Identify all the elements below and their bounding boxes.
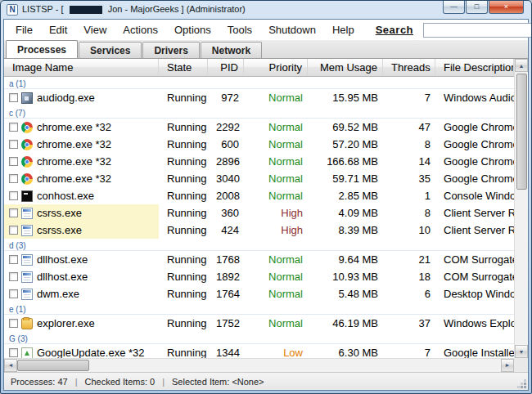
chrome-icon [21, 139, 33, 150]
horizontal-scrollbar[interactable]: ◄ ► [4, 358, 514, 372]
row-checkbox[interactable] [9, 289, 18, 298]
table-row[interactable]: GoogleUpdate.exe *32Running1344Low6.30 M… [4, 344, 514, 358]
process-name: dllhost.exe [37, 251, 88, 268]
tab-drivers[interactable]: Drivers [142, 42, 199, 58]
cell-threads: 7 [383, 344, 435, 358]
cell-image-name: GoogleUpdate.exe *32 [4, 344, 159, 358]
table-row[interactable]: chrome.exe *32Running3040Normal59.71 MB3… [4, 170, 514, 187]
column-header-image-name[interactable]: Image Name [4, 59, 159, 76]
scroll-right-icon[interactable]: ► [501, 359, 514, 372]
row-checkbox[interactable] [9, 208, 18, 217]
column-header-priority[interactable]: Priority [244, 59, 308, 76]
table-row[interactable]: audiodg.exeRunning972Normal15.95 MB7Wind… [4, 89, 514, 106]
cell-threads: 10 [383, 222, 435, 239]
table-row[interactable]: csrss.exeRunning360High4.09 MB8Client Se… [4, 204, 514, 222]
table-body: a (1)audiodg.exeRunning972Normal15.95 MB… [4, 77, 514, 358]
table-row[interactable]: conhost.exeRunning2008Normal2.85 MB1Cons… [4, 187, 514, 204]
row-checkbox[interactable] [9, 140, 18, 149]
menu-item-edit[interactable]: Edit [41, 20, 75, 40]
scrollbar-track[interactable] [89, 359, 501, 372]
menu-item-file[interactable]: File [7, 20, 41, 40]
cell-threads: 21 [383, 251, 435, 268]
tab-services[interactable]: Services [79, 42, 142, 58]
cell-pid: 2292 [208, 119, 244, 136]
cell-state: Running [159, 136, 208, 153]
process-name: GoogleUpdate.exe *32 [37, 344, 145, 358]
table-row[interactable]: chrome.exe *32Running2292Normal69.52 MB4… [4, 119, 514, 136]
table-row[interactable]: chrome.exe *32Running600Normal57.20 MB8G… [4, 136, 514, 153]
table-row[interactable]: dwm.exeRunning1764Normal5.48 MB6Desktop … [4, 285, 514, 302]
column-header-pid[interactable]: PID [208, 59, 244, 76]
cell-description: Desktop Window [435, 285, 514, 302]
vertical-scrollbar-thumb[interactable] [516, 74, 527, 190]
group-header[interactable]: a (1) [4, 77, 514, 89]
column-header-mem-usage[interactable]: Mem Usage [308, 59, 383, 76]
tab-processes[interactable]: Processes [6, 40, 78, 58]
row-checkbox[interactable] [9, 123, 18, 132]
cell-description: Google Chrome [435, 119, 514, 136]
column-header-file-description[interactable]: File Description [435, 59, 514, 76]
cell-priority: High [244, 222, 308, 239]
menu-item-help[interactable]: Help [324, 20, 363, 40]
group-header[interactable]: d (3) [4, 239, 514, 251]
table-row[interactable]: explorer.exeRunning1752Normal46.19 MB37W… [4, 315, 514, 332]
column-header-threads[interactable]: Threads [383, 59, 435, 76]
cell-pid: 972 [208, 89, 244, 106]
row-checkbox[interactable] [9, 272, 18, 281]
app-icon [21, 225, 33, 236]
group-header[interactable]: c (7) [4, 106, 514, 119]
menu-item-actions[interactable]: Actions [115, 20, 166, 40]
table-row[interactable]: chrome.exe *32Running2896Normal166.68 MB… [4, 153, 514, 170]
search-input[interactable] [423, 23, 532, 38]
row-checkbox[interactable] [9, 348, 18, 357]
scroll-left-icon[interactable]: ◄ [4, 359, 17, 372]
horizontal-scrollbar-thumb[interactable] [17, 360, 89, 371]
menu-item-options[interactable]: Options [166, 20, 219, 40]
cell-threads: 35 [383, 170, 435, 187]
row-checkbox[interactable] [9, 319, 18, 328]
close-button[interactable]: × [489, 1, 524, 14]
cell-state: Running [159, 153, 208, 170]
resize-grip[interactable] [516, 378, 526, 388]
group-label: G (3) [9, 334, 28, 343]
row-checkbox[interactable] [9, 93, 18, 102]
title-suffix: Jon - MajorGeeks ] (Administrator) [108, 4, 246, 14]
title-bar[interactable]: N LISTSP - [ Jon - MajorGeeks ] (Adminis… [3, 1, 529, 19]
process-name: chrome.exe *32 [37, 153, 111, 170]
search-label[interactable]: Search [376, 24, 413, 36]
table-row[interactable]: csrss.exeRunning424High8.39 MB10Client S… [4, 222, 514, 239]
column-header-state[interactable]: State [159, 59, 208, 76]
explorer-icon [21, 318, 33, 329]
scroll-up-icon[interactable]: ▲ [515, 59, 528, 72]
row-checkbox[interactable] [9, 191, 18, 200]
maximize-button[interactable]: □ [466, 1, 488, 14]
minimize-button[interactable]: — [443, 1, 465, 14]
title-prefix: LISTSP - [ [22, 4, 64, 14]
app-icon [21, 271, 33, 283]
cell-mem: 9.64 MB [308, 251, 383, 268]
process-name: dllhost.exe [37, 268, 88, 285]
menu-item-view[interactable]: View [75, 20, 115, 40]
row-checkbox[interactable] [9, 226, 18, 235]
row-checkbox[interactable] [9, 157, 18, 166]
row-checkbox[interactable] [9, 174, 18, 183]
table-row[interactable]: dllhost.exeRunning1768Normal9.64 MB21COM… [4, 251, 514, 268]
cell-image-name: conhost.exe [4, 187, 159, 204]
cell-pid: 3040 [208, 170, 244, 187]
cell-image-name: dllhost.exe [4, 251, 159, 268]
cell-priority: High [244, 204, 308, 222]
app-icon [21, 208, 33, 219]
cell-threads: 47 [383, 119, 435, 136]
status-segment: Checked Items: 0 [85, 377, 156, 387]
row-checkbox[interactable] [9, 255, 18, 264]
menu-item-tools[interactable]: Tools [219, 20, 260, 40]
tab-network[interactable]: Network [201, 42, 262, 58]
table-row[interactable]: dllhost.exeRunning1892Normal10.93 MB18CO… [4, 268, 514, 285]
cell-description: Google Chrome [435, 170, 514, 187]
cell-state: Running [159, 204, 208, 222]
group-header[interactable]: G (3) [4, 332, 514, 344]
scroll-down-icon[interactable]: ▼ [515, 345, 528, 358]
vertical-scrollbar[interactable]: ▲ ▼ [514, 59, 528, 358]
menu-item-shutdown[interactable]: Shutdown [260, 20, 324, 40]
group-header[interactable]: e (1) [4, 302, 514, 315]
